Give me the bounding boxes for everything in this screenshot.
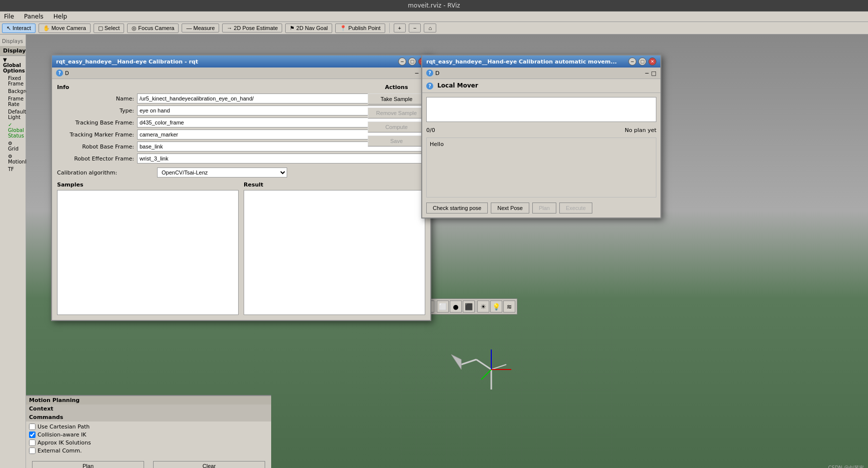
interact-button[interactable]: ↖ Interact — [2, 24, 36, 33]
grid-item[interactable]: ⚙ Grid — [0, 140, 26, 152]
local-mover-dialog-title: rqt_easy_handeye__Hand-eye Calibration a… — [426, 58, 617, 65]
remove-sample-button[interactable]: Remove Sample — [368, 108, 425, 118]
viewport-credit: CSDN @剑琴家 — [828, 464, 864, 468]
motion-planning-section[interactable]: Motion Planning — [26, 396, 271, 404]
checkbox-area: Use Cartesian Path Collision-aware IK Ap… — [26, 422, 271, 458]
external-comm-row: External Comm. — [29, 448, 268, 454]
external-comm-checkbox[interactable] — [29, 448, 36, 454]
view-mode-circle[interactable]: ● — [450, 300, 462, 312]
cartesian-path-row: Use Cartesian Path — [29, 424, 268, 430]
focus-camera-button[interactable]: ◎ Focus Camera — [127, 24, 179, 33]
wireframe-button[interactable]: ≋ — [503, 300, 515, 312]
local-mover-question-icon: ? — [426, 70, 433, 76]
title-bar: moveit.rviz - RViz — [0, 0, 868, 12]
minimize-icon[interactable]: − — [414, 70, 419, 76]
take-sample-button[interactable]: Take Sample — [368, 94, 425, 104]
execute-button[interactable]: Execute — [559, 202, 592, 214]
nav-goal-button[interactable]: ⚑ 2D Nav Goal — [285, 24, 332, 33]
commands-section[interactable]: Commands — [26, 413, 271, 422]
samples-result-row: Samples Result — [57, 182, 425, 315]
default-light-item[interactable]: Default Light — [0, 108, 26, 121]
local-mover-minimize-btn[interactable]: − — [628, 58, 636, 66]
select-button[interactable]: ▢ Select — [94, 24, 125, 33]
bottom-panel: Motion Planning Context Commands Use Car… — [26, 395, 271, 468]
actions-panel: Actions Take Sample Remove Sample Comput… — [368, 84, 425, 146]
global-options[interactable]: ▼ Global Options — [0, 56, 26, 74]
samples-box — [57, 190, 239, 315]
local-mover-maximize-btn[interactable]: □ — [638, 58, 646, 66]
tf-item[interactable]: TF — [0, 166, 26, 173]
tracking-marker-label: Tracking Marker Frame: — [57, 132, 137, 138]
collision-aware-row: Collision-aware IK — [29, 432, 268, 438]
clear-button[interactable]: Clear — [153, 461, 265, 468]
local-mover-header-label: Local Mover — [437, 82, 478, 89]
left-sidebar: Displays Displays ▼ Global Options Fixed… — [0, 34, 26, 468]
cartesian-path-checkbox[interactable] — [29, 424, 36, 430]
check-starting-pose-button[interactable]: Check starting pose — [426, 202, 488, 214]
robot-arm-svg — [446, 340, 536, 400]
ambient-button[interactable]: 💡 — [490, 300, 502, 312]
motion-planning-item[interactable]: ⚙ MotionPlanning — [0, 152, 26, 166]
local-mover-close-btn[interactable]: ✕ — [648, 58, 656, 66]
view-mode-square[interactable]: ⬜ — [437, 300, 449, 312]
calibration-dialog-content: Info Name: Type: Tracking Base Frame: — [52, 79, 430, 320]
home-button[interactable]: ⌂ — [424, 24, 436, 32]
samples-panel: Samples — [57, 182, 239, 315]
svg-marker-4 — [451, 354, 461, 370]
window-title: moveit.rviz - RViz — [408, 2, 460, 9]
menu-help[interactable]: Help — [52, 12, 69, 20]
collision-aware-checkbox[interactable] — [29, 432, 36, 438]
calibration-dialog-titlebar[interactable]: rqt_easy_handeye__Hand-eye Calibration -… — [52, 56, 430, 68]
move-camera-button[interactable]: ✋ Move Camera — [39, 24, 91, 33]
tracking-base-label: Tracking Base Frame: — [57, 120, 137, 126]
plan-button-local[interactable]: Plan — [532, 202, 556, 214]
menu-panels[interactable]: Panels — [22, 12, 46, 20]
calibration-minimize-btn[interactable]: − — [398, 58, 406, 66]
fixed-frame-item[interactable]: Fixed Frame — [0, 74, 26, 88]
robot-effector-input[interactable] — [137, 154, 425, 164]
question-icon: ? — [56, 70, 63, 76]
svg-line-8 — [481, 370, 491, 380]
local-mover-text-area[interactable] — [426, 97, 656, 122]
plan-button[interactable]: Plan — [32, 461, 144, 468]
sidebar-panel-label: Displays — [0, 36, 26, 46]
algo-label: Calibration algorithm: — [57, 170, 157, 176]
robot-effector-row: Robot Effector Frame: — [57, 154, 425, 164]
background-color-item[interactable]: Background — [0, 88, 26, 95]
publish-point-button[interactable]: 📍 Publish Point — [335, 24, 385, 33]
pose-estimate-button[interactable]: → 2D Pose Estimate — [222, 24, 282, 32]
menu-bar: File Panels Help — [0, 12, 868, 22]
robot-base-label: Robot Base Frame: — [57, 144, 137, 150]
pose-counter: 0/0 — [426, 127, 435, 134]
display-section-header: Displays — [0, 46, 26, 56]
next-pose-button[interactable]: Next Pose — [491, 202, 529, 214]
zoom-out-button[interactable]: − — [409, 24, 421, 32]
local-mover-minimize-icon[interactable]: − — [644, 70, 649, 76]
type-label: Type: — [57, 108, 137, 114]
local-mover-titlebar-buttons: − □ ✕ — [628, 58, 656, 66]
svg-line-3 — [461, 360, 476, 364]
toolbar: ↖ Interact ✋ Move Camera ▢ Select ◎ Focu… — [0, 22, 868, 34]
approx-ik-label: Approx IK Solutions — [38, 440, 91, 446]
algo-select[interactable]: OpenCV/Tsai-Lenz OpenCV/Park OpenCV/Hora… — [157, 168, 287, 178]
measure-button[interactable]: — Measure — [182, 24, 219, 32]
context-section[interactable]: Context — [26, 404, 271, 413]
zoom-in-button[interactable]: + — [394, 24, 406, 32]
local-mover-restore-icon[interactable]: □ — [651, 70, 656, 76]
calibration-maximize-btn[interactable]: □ — [408, 58, 416, 66]
actions-label: Actions — [368, 84, 425, 90]
approx-ik-checkbox[interactable] — [29, 440, 36, 446]
light-button[interactable]: ☀ — [477, 300, 489, 312]
status-row: 0/0 No plan yet — [426, 127, 656, 134]
local-mover-header-icon: ? — [426, 82, 433, 90]
external-comm-label: External Comm. — [38, 448, 82, 454]
save-button[interactable]: Save — [368, 136, 425, 146]
compute-button[interactable]: Compute — [368, 122, 425, 132]
menu-file[interactable]: File — [2, 12, 16, 20]
calibration-dialog: rqt_easy_handeye__Hand-eye Calibration -… — [51, 54, 431, 321]
calibration-icon-bar: ? D − □ — [52, 68, 430, 79]
result-panel: Result — [244, 182, 425, 315]
frame-rate-item[interactable]: Frame Rate — [0, 95, 26, 108]
local-mover-titlebar[interactable]: rqt_easy_handeye__Hand-eye Calibration a… — [422, 56, 660, 68]
view-mode-filled[interactable]: ⬛ — [463, 300, 475, 312]
